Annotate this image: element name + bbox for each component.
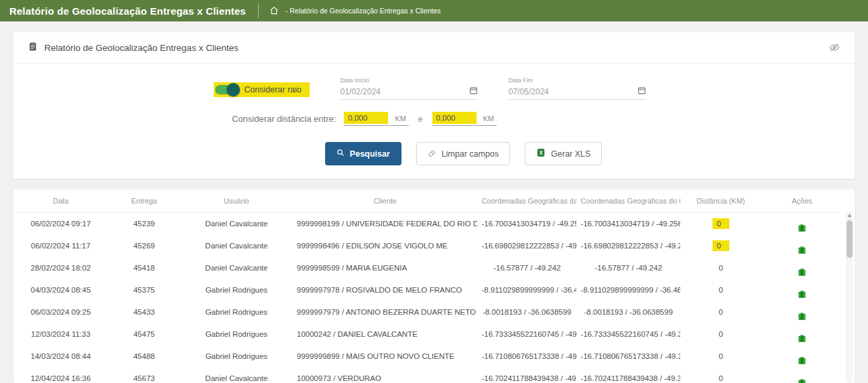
considerar-raio-toggle[interactable]: Considerar raio — [214, 82, 309, 97]
col-header-distancia: Distância (KM) — [680, 189, 761, 213]
distance-value: 0 — [712, 218, 729, 229]
page-title: Relatório de Geolocalização Entregas x C… — [9, 5, 246, 17]
cell-cliente: 10000242 / DANIEL CAVALCANTE — [293, 323, 478, 346]
cell-usuario: Gabriel Rodrigues — [180, 301, 293, 323]
cell-acoes — [761, 368, 843, 383]
cell-cliente: 9999998599 / MARIA EUGENIA — [293, 257, 478, 279]
cell-entrega: 45673 — [108, 368, 180, 383]
filter-card-body: Considerar raio Data Início 01/02/2024 — [13, 63, 855, 179]
col-header-coord_entrega: Coordenadas Geográficas da Entreg — [477, 189, 576, 213]
cell-coord_entrega: -8.0018193 / -36.0638599 — [477, 301, 576, 323]
cell-coord_entrega: -16.733345522160745 / -49.3434 — [477, 323, 576, 346]
cell-coord_cliente: -16.7003413034719 / -49.25628779 — [576, 213, 680, 235]
cell-usuario: Gabriel Rodrigues — [180, 279, 293, 301]
table-row: 06/03/2024 09:2545433Gabriel Rodrigues99… — [13, 301, 843, 323]
toggle-label: Considerar raio — [244, 85, 301, 94]
distance-value: 0 — [719, 264, 723, 272]
delivery-route-icon[interactable] — [797, 333, 807, 345]
toggle-switch[interactable] — [215, 85, 238, 94]
scrollbar-up-arrow[interactable]: ▲ — [846, 211, 853, 220]
col-header-entrega: Entrega — [108, 189, 180, 213]
cell-acoes — [761, 323, 843, 346]
cell-distancia: 0 — [680, 346, 761, 368]
cell-distancia: 0 — [680, 279, 761, 301]
cell-cliente: 10000973 / VERDURAO — [293, 368, 478, 383]
table-header-row: DataEntregaUsuárioClienteCoordenadas Geo… — [13, 189, 843, 213]
cell-usuario: Daniel Cavalcante — [180, 368, 293, 383]
scrollbar-thumb[interactable] — [847, 220, 853, 258]
cell-coord_entrega: -16.702411788439438 / -49.30218 — [477, 368, 576, 383]
cell-acoes — [761, 235, 843, 257]
cell-acoes — [761, 346, 843, 368]
search-button[interactable]: Pesquisar — [325, 142, 401, 165]
table-scrollbar[interactable]: ▲ — [846, 211, 853, 383]
calendar-icon[interactable] — [469, 86, 478, 97]
cell-distancia: 0 — [680, 213, 761, 235]
filter-row-dates: Considerar raio Data Início 01/02/2024 — [9, 73, 851, 101]
cell-coord_entrega: -8.911029899999999 / -36.48462 — [477, 279, 576, 301]
cell-coord_entrega: -16.57877 / -49.242 — [477, 257, 576, 279]
distance-min-input[interactable]: 0,000 — [344, 112, 388, 124]
cell-coord_entrega: -16.7003413034719 / -49.256287 — [477, 213, 576, 235]
cell-coord_cliente: -16.698029812222853 / -49.25490 — [576, 235, 680, 257]
delivery-route-icon[interactable] — [797, 378, 807, 383]
calendar-icon[interactable] — [637, 86, 646, 97]
clipboard-icon — [28, 41, 38, 54]
delivery-route-icon[interactable] — [797, 267, 807, 279]
top-header-bar: Relatório de Geolocalização Entregas x C… — [0, 0, 868, 21]
filter-buttons-row: Pesquisar Limpar campos — [43, 129, 868, 165]
delivery-route-icon[interactable] — [797, 223, 807, 234]
cell-data: 12/03/2024 11:33 — [13, 323, 108, 346]
distance-value: 0 — [719, 308, 723, 316]
filter-row-distance: Considerar distância entre: 0,000 KM e 0… — [0, 101, 785, 129]
table-row: 06/02/2024 09:1745239Daniel Cavalcante99… — [13, 213, 843, 235]
cell-acoes — [761, 301, 843, 323]
cell-entrega: 45239 — [108, 213, 180, 235]
col-header-coord_cliente: Coordenadas Geográficas do Cliente — [576, 189, 680, 213]
distance-value: 0 — [719, 374, 723, 382]
cell-distancia: 0 — [680, 235, 761, 257]
generate-xls-button[interactable]: Gerar XLS — [525, 142, 602, 165]
cell-distancia: 0 — [680, 301, 761, 323]
delivery-route-icon[interactable] — [797, 356, 807, 367]
cell-data: 14/03/2024 08:44 — [13, 346, 108, 368]
col-header-acoes: Ações — [761, 189, 843, 213]
distance-max-input[interactable]: 0,000 — [432, 112, 477, 124]
table-row: 12/04/2024 16:3645673Daniel Cavalcante10… — [13, 368, 843, 383]
clear-fields-button[interactable]: Limpar campos — [416, 142, 510, 165]
cell-entrega: 45269 — [108, 235, 180, 257]
cell-distancia: 0 — [680, 368, 761, 383]
table-row: 14/03/2024 08:4445488Gabriel Rodrigues99… — [13, 346, 843, 368]
table-row: 12/03/2024 11:3345475Gabriel Rodrigues10… — [13, 323, 843, 346]
distance-label: Considerar distância entre: — [232, 114, 336, 124]
distance-value: 0 — [719, 286, 723, 294]
eye-slash-icon[interactable] — [829, 42, 840, 53]
distance-max-group: 0,000 KM — [432, 112, 497, 126]
home-icon[interactable] — [269, 6, 279, 15]
header-divider — [258, 3, 259, 18]
date-start-value[interactable]: 01/02/2024 — [340, 87, 381, 96]
cell-distancia: 0 — [680, 323, 761, 346]
cell-entrega: 45433 — [108, 301, 180, 323]
delivery-route-icon[interactable] — [797, 245, 807, 256]
excel-file-icon — [536, 148, 546, 159]
cell-entrega: 45375 — [108, 279, 180, 301]
date-end-label: Data Fim — [509, 77, 646, 84]
cell-entrega: 45488 — [108, 346, 180, 368]
table-row: 28/02/2024 18:0245418Daniel Cavalcante99… — [13, 257, 843, 279]
cell-coord_cliente: -8.911029899999999 / -36.4846218 — [576, 279, 680, 301]
results-table-card: DataEntregaUsuárioClienteCoordenadas Geo… — [13, 189, 855, 383]
cell-coord_cliente: -8.0018193 / -36.0638599 — [576, 301, 680, 323]
cell-coord_cliente: -16.702411788439438 / -49.302181 — [576, 368, 680, 383]
date-end-field[interactable]: Data Fim 07/05/2024 — [509, 77, 646, 100]
cell-coord_entrega: -16.698029812222853 / -49.2549 — [477, 235, 576, 257]
distance-value: 0 — [719, 330, 723, 338]
delivery-route-icon[interactable] — [797, 311, 807, 323]
date-end-value[interactable]: 07/05/2024 — [509, 87, 549, 96]
distance-max-unit: KM — [483, 114, 495, 124]
breadcrumb: - Relatório de Geolocalização Entregas x… — [286, 7, 441, 15]
delivery-route-icon[interactable] — [797, 289, 807, 301]
date-start-field[interactable]: Data Início 01/02/2024 — [340, 77, 478, 100]
toggle-knob — [227, 83, 240, 96]
distance-value: 0 — [719, 352, 723, 360]
